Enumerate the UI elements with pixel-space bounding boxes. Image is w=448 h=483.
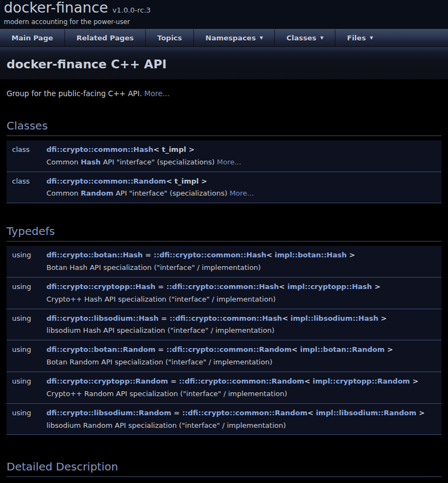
member-kind: using — [7, 313, 46, 337]
table-row: using dfi::crypto::libsodium::Hash = ::d… — [7, 309, 441, 341]
open-angle: < — [282, 314, 290, 322]
member-kind: using — [7, 407, 46, 431]
typedefs-table: using dfi::crypto::botan::Hash = ::dfi::… — [7, 246, 441, 435]
member-desc: Crypto++ Random API specialization ("int… — [46, 387, 441, 399]
class-link[interactable]: Random — [81, 189, 114, 197]
project-version: v1.0.0-rc.3 — [113, 6, 151, 14]
section-heading-detailed-description: Detailed Description — [7, 460, 441, 477]
template-args: < t_impl > — [166, 177, 207, 185]
member-name: dfi::crypto::botan::Hash = ::dfi::crypto… — [46, 249, 441, 261]
member-desc: libsodium Random API specialization ("in… — [46, 419, 441, 431]
close-angle: > — [378, 314, 386, 322]
equals-sign: = — [143, 251, 154, 259]
typedef-impl-link[interactable]: impl::botan::Hash — [275, 251, 347, 259]
equals-sign: = — [155, 282, 166, 291]
tab-namespaces[interactable]: Namespaces ▼ — [193, 30, 274, 46]
member-kind: class — [7, 144, 46, 168]
typedef-impl-link[interactable]: impl::botan::Random — [300, 345, 385, 354]
open-angle: < — [266, 251, 274, 259]
chevron-down-icon: ▼ — [370, 36, 373, 40]
open-angle: < — [292, 345, 300, 354]
tab-label: Topics — [157, 34, 182, 42]
member-kind: class — [7, 175, 46, 199]
member-name: dfi::crypto::libsodium::Random = ::dfi::… — [46, 407, 441, 419]
typedef-alias-link[interactable]: dfi::crypto::cryptopp::Hash — [46, 282, 155, 291]
desc-text: Common — [46, 189, 81, 197]
table-row: using dfi::crypto::botan::Random = ::dfi… — [7, 340, 441, 372]
contents: Group for the public-facing C++ API. Mor… — [0, 79, 448, 483]
table-row: class dfi::crypto::common::Random< t_imp… — [7, 172, 441, 204]
close-angle: > — [410, 377, 418, 385]
member-name: dfi::crypto::libsodium::Hash = ::dfi::cr… — [46, 313, 441, 324]
member-desc: Botan Hash API specialization ("interfac… — [46, 261, 441, 273]
member-desc: libsodium Hash API specialization ("inte… — [46, 323, 441, 336]
equals-sign: = — [168, 377, 179, 385]
summary-text: Group for the public-facing C++ API. — [7, 89, 144, 98]
member-name: dfi::crypto::common::Hash< t_impl > — [46, 144, 441, 155]
typedef-impl-link[interactable]: impl::cryptopp::Random — [313, 377, 410, 385]
open-angle: < — [279, 282, 287, 291]
page-header: docker-finance C++ API — [0, 47, 448, 79]
template-args: < t_impl > — [154, 145, 194, 154]
section-heading-typedefs: Typedefs — [7, 225, 441, 241]
tab-label: Namespaces — [205, 34, 256, 42]
more-link[interactable]: More... — [217, 158, 241, 166]
member-desc: Common Hash API "interface" (specializat… — [46, 155, 441, 168]
open-angle: < — [308, 409, 316, 417]
typedef-alias-link[interactable]: dfi::crypto::botan::Hash — [46, 251, 143, 259]
member-kind: using — [7, 375, 46, 399]
main-nav: Main Page Related Pages Topics Namespace… — [0, 29, 448, 47]
tab-label: Files — [347, 34, 366, 42]
table-row: using dfi::crypto::botan::Hash = ::dfi::… — [7, 246, 441, 278]
tab-related-pages[interactable]: Related Pages — [64, 30, 145, 46]
close-angle: > — [372, 282, 380, 291]
member-kind: using — [7, 281, 46, 305]
classes-table: class dfi::crypto::common::Hash< t_impl … — [7, 140, 441, 203]
table-row: using dfi::crypto::libsodium::Random = :… — [7, 404, 441, 435]
project-brief: modern accounting for the power-user — [4, 18, 448, 26]
typedef-alias-link[interactable]: dfi::crypto::botan::Random — [46, 345, 155, 354]
desc-text: API "interface" (specializations) — [101, 158, 217, 166]
typedef-impl-link[interactable]: impl::libsodium::Random — [316, 409, 416, 417]
tab-main-page[interactable]: Main Page — [0, 30, 64, 46]
more-link[interactable]: More... — [144, 89, 169, 98]
typedef-alias-link[interactable]: dfi::crypto::cryptopp::Random — [46, 377, 168, 385]
group-summary: Group for the public-facing C++ API. Mor… — [7, 89, 441, 98]
close-angle: > — [385, 345, 393, 354]
open-angle: < — [304, 377, 313, 385]
member-name: dfi::crypto::cryptopp::Random = ::dfi::c… — [46, 375, 441, 387]
typedef-target-link[interactable]: ::dfi::crypto::common::Random — [182, 409, 307, 417]
equals-sign: = — [158, 314, 169, 322]
member-kind: using — [7, 249, 46, 273]
chevron-down-icon: ▼ — [260, 36, 263, 40]
tab-label: Main Page — [11, 34, 53, 42]
typedef-impl-link[interactable]: impl::libsodium::Hash — [291, 314, 379, 322]
page-title: docker-finance C++ API — [7, 57, 441, 71]
typedef-target-link[interactable]: ::dfi::crypto::common::Random — [179, 377, 304, 385]
chevron-down-icon: ▼ — [320, 36, 323, 40]
typedef-impl-link[interactable]: impl::cryptopp::Hash — [287, 282, 372, 291]
close-angle: > — [347, 251, 355, 259]
desc-text: API "interface" (specializations) — [114, 189, 230, 197]
more-link[interactable]: More... — [229, 189, 254, 197]
typedef-alias-link[interactable]: dfi::crypto::libsodium::Random — [46, 409, 171, 417]
title-area: docker-finance v1.0.0-rc.3 modern accoun… — [0, 0, 448, 29]
class-link[interactable]: dfi::crypto::common::Random — [46, 177, 166, 185]
close-angle: > — [416, 409, 425, 417]
member-desc: Common Random API "interface" (specializ… — [46, 186, 441, 199]
typedef-alias-link[interactable]: dfi::crypto::libsodium::Hash — [46, 314, 158, 322]
tab-label: Classes — [286, 34, 316, 42]
tab-files[interactable]: Files ▼ — [335, 30, 385, 46]
class-link[interactable]: Hash — [81, 158, 101, 166]
tab-topics[interactable]: Topics — [145, 30, 193, 46]
typedef-target-link[interactable]: ::dfi::crypto::common::Hash — [169, 314, 282, 322]
tab-classes[interactable]: Classes ▼ — [274, 30, 335, 46]
table-row: class dfi::crypto::common::Hash< t_impl … — [7, 140, 441, 172]
typedef-target-link[interactable]: ::dfi::crypto::common::Random — [166, 345, 291, 354]
tab-label: Related Pages — [76, 34, 134, 42]
equals-sign: = — [155, 345, 166, 354]
class-link[interactable]: dfi::crypto::common::Hash — [46, 145, 154, 154]
project-name: docker-finance — [4, 0, 108, 16]
typedef-target-link[interactable]: ::dfi::crypto::common::Hash — [154, 251, 266, 259]
typedef-target-link[interactable]: ::dfi::crypto::common::Hash — [166, 282, 279, 291]
